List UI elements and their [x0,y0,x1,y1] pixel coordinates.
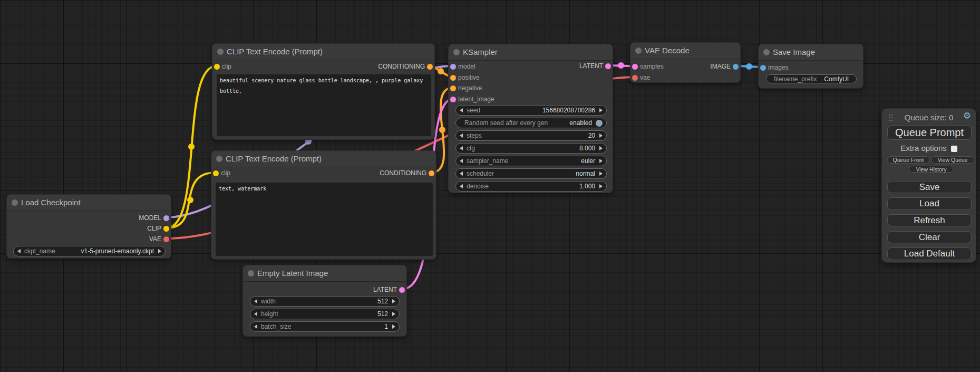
output-port-clip[interactable] [163,226,169,232]
decrement-arrow-icon[interactable] [460,146,463,150]
prompt-textarea[interactable]: beautiful scenery nature glass bottle la… [217,74,431,136]
output-port-conditioning[interactable] [427,64,433,70]
widget-value: euler [581,157,595,165]
node-title-bar[interactable]: VAE Decode [630,43,740,59]
extra-options-checkbox[interactable] [951,146,957,152]
increment-arrow-icon[interactable] [599,159,603,163]
decrement-arrow-icon[interactable] [460,171,463,176]
random-seed-toggle-widget[interactable]: Random seed after every gen enabled [455,118,607,128]
widget-label: width [261,298,276,305]
filename-prefix-widget[interactable]: filename_prefix ComfyUI [766,74,857,83]
increment-arrow-icon[interactable] [392,299,395,303]
extra-options-label: Extra options [900,144,947,152]
widget-label: ckpt_name [24,247,55,255]
node-title-bar[interactable]: CLIP Text Encode (Prompt) [212,44,434,60]
output-port-latent[interactable] [605,63,611,69]
decrement-arrow-icon[interactable] [460,108,463,112]
input-port-vae[interactable] [632,75,638,81]
widget-value: 1.000 [579,183,595,190]
decrement-arrow-icon[interactable] [17,249,21,253]
input-port-clip[interactable] [213,170,219,176]
collapse-dot-icon[interactable] [453,49,460,55]
input-label: positive [458,73,480,82]
decrement-arrow-icon[interactable] [460,159,463,163]
increment-arrow-icon[interactable] [392,312,395,316]
view-history-button[interactable]: View History [909,166,954,173]
link-midpoint-dot [618,62,624,69]
node-save-image[interactable]: Save Image images filename_prefix ComfyU… [758,44,863,89]
queue-prompt-button[interactable]: Queue Prompt [887,126,972,140]
ckpt-name-widget[interactable]: ckpt_name v1-5-pruned-emaonly.ckpt [13,246,166,256]
width-widget[interactable]: width 512 [250,296,400,307]
increment-arrow-icon[interactable] [599,146,603,150]
seed-widget[interactable]: seed 156680208700286 [455,105,607,116]
output-label: MODEL [139,214,161,222]
node-load-checkpoint[interactable]: Load Checkpoint MODEL CLIP VAE ckpt_name… [6,194,171,259]
output-port-conditioning[interactable] [429,170,434,176]
collapse-dot-icon[interactable] [763,49,770,55]
increment-arrow-icon[interactable] [392,325,395,329]
refresh-button[interactable]: Refresh [887,214,972,226]
widget-label: scheduler [467,170,494,177]
steps-widget[interactable]: steps 20 [455,130,607,141]
node-vae-decode[interactable]: VAE Decode samples vae IMAGE [630,42,741,83]
collapse-dot-icon[interactable] [217,49,224,55]
node-title-bar[interactable]: Empty Latent Image [243,265,406,282]
load-button[interactable]: Load [887,197,972,210]
increment-arrow-icon[interactable] [158,249,161,253]
view-queue-button[interactable]: View Queue [931,156,974,164]
prompt-textarea[interactable]: text, watermark [216,183,433,256]
output-port-model[interactable] [163,215,169,221]
decrement-arrow-icon[interactable] [254,299,257,303]
comfyui-canvas[interactable]: { "colors": { "model": "#b49be2", "clip"… [0,0,980,372]
collapse-dot-icon[interactable] [248,270,254,276]
node-title-bar[interactable]: KSampler [449,44,613,61]
output-port-latent[interactable] [399,287,405,293]
collapse-dot-icon[interactable] [12,199,18,206]
input-port-negative[interactable] [450,85,456,91]
decrement-arrow-icon[interactable] [254,325,257,329]
node-title: Load Checkpoint [21,198,81,207]
height-widget[interactable]: height 512 [250,309,400,319]
toggle-knob-icon[interactable] [596,120,603,127]
node-title-bar[interactable]: CLIP Text Encode (Prompt) [211,151,436,167]
input-port-images[interactable] [760,65,766,71]
decrement-arrow-icon[interactable] [254,312,257,316]
node-ksampler[interactable]: KSampler model positive negative latent_… [448,44,613,193]
increment-arrow-icon[interactable] [599,184,603,188]
scheduler-widget[interactable]: scheduler normal [455,168,607,179]
input-label: samples [640,62,664,71]
output-port-vae[interactable] [163,236,169,242]
settings-gear-icon[interactable]: ⚙ [963,111,971,121]
increment-arrow-icon[interactable] [599,108,603,112]
denoise-widget[interactable]: denoise 1.000 [455,181,607,192]
node-empty-latent-image[interactable]: Empty Latent Image LATENT width 512 heig… [242,265,407,337]
widget-value: enabled [569,119,592,127]
input-port-samples[interactable] [632,64,638,70]
node-title: CLIP Text Encode (Prompt) [226,154,322,163]
node-clip-text-encode-positive[interactable]: CLIP Text Encode (Prompt) clip CONDITION… [212,43,435,140]
batch-size-widget[interactable]: batch_size 1 [250,321,400,332]
input-port-model[interactable] [450,64,456,70]
sampler-name-widget[interactable]: sampler_name euler [455,156,607,166]
node-clip-text-encode-negative[interactable]: CLIP Text Encode (Prompt) clip CONDITION… [211,150,436,260]
save-button[interactable]: Save [887,181,972,193]
decrement-arrow-icon[interactable] [460,133,463,138]
queue-panel[interactable]: Queue size: 0 ⚙ Queue Prompt Extra optio… [881,108,976,263]
input-label: clip [221,169,230,177]
increment-arrow-icon[interactable] [599,133,603,138]
input-port-latent-image[interactable] [450,97,456,102]
cfg-widget[interactable]: cfg 8.000 [455,143,607,154]
collapse-dot-icon[interactable] [216,156,222,162]
node-title-bar[interactable]: Load Checkpoint [7,195,171,211]
output-port-image[interactable] [733,64,739,70]
load-default-button[interactable]: Load Default [887,247,972,260]
queue-front-button[interactable]: Queue Front [887,156,929,164]
decrement-arrow-icon[interactable] [460,184,463,188]
node-title-bar[interactable]: Save Image [759,44,863,61]
increment-arrow-icon[interactable] [599,171,603,176]
clear-button[interactable]: Clear [887,231,972,243]
input-port-positive[interactable] [450,75,456,81]
input-port-clip[interactable] [214,64,220,70]
collapse-dot-icon[interactable] [635,47,642,54]
